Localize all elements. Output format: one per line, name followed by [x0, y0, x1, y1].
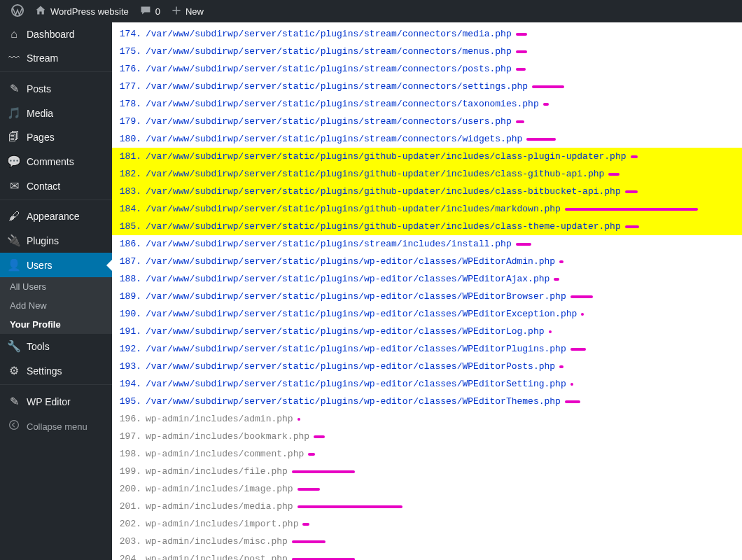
stream-icon: 〰: [7, 52, 21, 64]
file-path: /var/www/subdirwp/server/static/plugins/…: [146, 183, 625, 200]
row-number: 193: [115, 358, 146, 374]
file-row: 196 wp-admin/includes/admin.php: [112, 410, 742, 428]
pages-icon: 🗐: [7, 131, 21, 144]
file-row: 188 /var/www/subdirwp/server/static/plug…: [112, 270, 742, 288]
file-path: /var/www/subdirwp/server/static/plugins/…: [146, 148, 631, 164]
menu-separator: [0, 200, 112, 203]
appearance-icon: 🖌: [7, 210, 21, 223]
size-bar: [314, 435, 325, 438]
menu-item-settings[interactable]: ⚙Settings: [0, 358, 112, 383]
menu-item-posts[interactable]: ✎Posts: [0, 76, 112, 101]
menu-item-appearance[interactable]: 🖌Appearance: [0, 204, 112, 228]
menu-separator: [0, 71, 112, 75]
file-row: 185 /var/www/subdirwp/server/static/plug…: [112, 218, 742, 235]
file-row: 198 wp-admin/includes/comment.php: [112, 445, 742, 463]
row-number: 188: [115, 271, 146, 287]
row-number: 195: [115, 393, 146, 410]
home-icon: [35, 5, 46, 18]
file-path: /var/www/subdirwp/server/static/plugins/…: [146, 218, 625, 234]
row-number: 191: [115, 323, 146, 340]
row-number: 197: [115, 428, 146, 444]
menu-item-contact[interactable]: ✉Contact: [0, 174, 112, 198]
users-icon: 👤: [7, 258, 21, 272]
submenu-item-add-new[interactable]: Add New: [0, 296, 112, 315]
file-path: /var/www/subdirwp/server/static/plugins/…: [146, 376, 570, 392]
row-number: 176: [115, 61, 146, 77]
submenu-users: All UsersAdd NewYour Profile: [0, 277, 112, 334]
row-number: 196: [115, 411, 146, 427]
file-path: /var/www/subdirwp/server/static/plugins/…: [146, 341, 570, 357]
menu-label: Plugins: [27, 235, 59, 246]
file-path: /var/www/subdirwp/server/static/plugins/…: [146, 271, 554, 287]
file-row: 186 /var/www/subdirwp/server/static/plug…: [112, 235, 742, 253]
collapse-menu[interactable]: Collapse menu: [0, 414, 112, 439]
menu-item-dashboard[interactable]: ⌂Dashboard: [0, 22, 112, 46]
file-row: 183 /var/www/subdirwp/server/static/plug…: [112, 183, 742, 200]
menu-item-plugins[interactable]: 🔌Plugins: [0, 228, 112, 253]
dashboard-icon: ⌂: [7, 28, 21, 41]
row-number: 189: [115, 288, 146, 304]
size-bar: [516, 50, 527, 53]
row-number: 181: [115, 148, 146, 164]
collapse-icon: [7, 419, 21, 433]
size-bar: [631, 155, 638, 158]
comments-icon: 💬: [7, 155, 21, 168]
row-number: 194: [115, 376, 146, 392]
row-number: 174: [115, 26, 146, 42]
new-label: New: [186, 6, 204, 17]
menu-item-users[interactable]: 👤Users: [0, 253, 112, 277]
admin-sidebar: ⌂Dashboard〰Stream✎Posts🎵Media🗐Pages💬Comm…: [0, 22, 112, 560]
row-number: 204: [115, 551, 146, 560]
menu-item-wp-editor[interactable]: ✎WP Editor: [0, 389, 112, 414]
size-bar: [549, 330, 552, 333]
menu-label: Dashboard: [27, 29, 75, 40]
file-row: 191 /var/www/subdirwp/server/static/plug…: [112, 323, 742, 340]
wp-logo[interactable]: [6, 0, 29, 22]
file-row: 189 /var/www/subdirwp/server/static/plug…: [112, 288, 742, 305]
file-row: 200 wp-admin/includes/image.php: [112, 480, 742, 498]
menu-label: Contact: [27, 181, 60, 192]
new-link[interactable]: New: [166, 0, 209, 22]
comments-link[interactable]: 0: [134, 0, 166, 22]
menu-label: Appearance: [27, 211, 80, 222]
size-bar: [581, 313, 584, 316]
row-number: 187: [115, 253, 146, 270]
wordpress-icon: [11, 4, 24, 19]
media-icon: 🎵: [7, 106, 21, 120]
file-row: 199 wp-admin/includes/file.php: [112, 463, 742, 480]
menu-item-media[interactable]: 🎵Media: [0, 101, 112, 125]
row-number: 183: [115, 183, 146, 200]
file-path: /var/www/subdirwp/server/static/plugins/…: [146, 358, 559, 374]
size-bar: [570, 295, 593, 298]
size-bar: [543, 103, 549, 106]
file-row: 181 /var/www/subdirwp/server/static/plug…: [112, 148, 742, 165]
size-bar: [298, 418, 300, 421]
file-path: /var/www/subdirwp/server/static/plugins/…: [146, 78, 532, 94]
menu-item-comments[interactable]: 💬Comments: [0, 149, 112, 174]
menu-item-tools[interactable]: 🔧Tools: [0, 334, 112, 358]
size-bar: [516, 243, 531, 246]
row-number: 200: [115, 481, 146, 497]
collapse-label: Collapse menu: [27, 421, 88, 432]
submenu-item-all-users[interactable]: All Users: [0, 277, 112, 296]
file-path: /var/www/subdirwp/server/static/plugins/…: [146, 131, 526, 147]
site-link[interactable]: WordPress website: [29, 0, 134, 22]
submenu-item-your-profile[interactable]: Your Profile: [0, 315, 112, 334]
posts-icon: ✎: [7, 82, 21, 95]
menu-item-stream[interactable]: 〰Stream: [0, 46, 112, 70]
size-bar: [554, 278, 559, 281]
file-path: /var/www/subdirwp/server/static/plugins/…: [146, 236, 516, 252]
size-bar: [302, 523, 309, 526]
size-bar: [625, 190, 638, 193]
size-bar: [526, 138, 556, 141]
svg-point-1: [10, 421, 19, 430]
size-bar: [516, 33, 527, 36]
file-path: /var/www/subdirwp/server/static/plugins/…: [146, 323, 549, 340]
file-row: 178 /var/www/subdirwp/server/static/plug…: [112, 95, 742, 113]
wpeditor-icon: ✎: [7, 395, 21, 408]
menu-item-pages[interactable]: 🗐Pages: [0, 125, 112, 149]
file-path: wp-admin/includes/media.php: [146, 498, 298, 514]
row-number: 198: [115, 446, 146, 462]
file-path: /var/www/subdirwp/server/static/plugins/…: [146, 96, 543, 112]
row-number: 199: [115, 463, 146, 479]
